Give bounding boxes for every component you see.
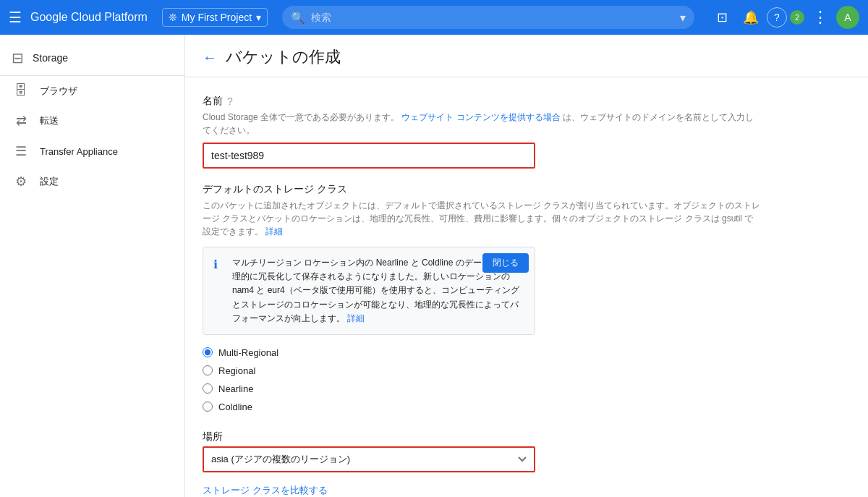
page-header: ← バケットの作成	[185, 35, 868, 77]
search-bar: 🔍 ▾	[282, 6, 694, 29]
project-icon: ❊	[169, 12, 177, 23]
sidebar-item-label-browser: ブラウザ	[40, 85, 77, 98]
sidebar-item-label-settings: 設定	[40, 175, 59, 188]
name-section: 名前 ? Cloud Storage 全体で一意である必要があります。 ウェブサ…	[203, 95, 761, 169]
name-desc-part1: Cloud Storage 全体で一意である必要があります。	[203, 112, 399, 122]
transfer-icon: ⇄	[14, 113, 28, 129]
storage-class-desc-link[interactable]: 詳細	[265, 226, 283, 237]
info-box-link[interactable]: 詳細	[347, 313, 365, 323]
radio-coldline-input[interactable]	[203, 402, 213, 412]
notification-button[interactable]: 🔔	[738, 4, 764, 30]
info-box-icon: ℹ	[213, 258, 225, 271]
sidebar-item-label-transfer: 転送	[40, 114, 59, 127]
sidebar-header: ⊟ Storage	[0, 41, 184, 76]
project-dropdown-icon: ▾	[256, 12, 261, 23]
search-dropdown-icon[interactable]: ▾	[680, 11, 686, 25]
info-box-close-button[interactable]: 閉じる	[482, 253, 529, 273]
sidebar: ⊟ Storage 🗄 ブラウザ ⇄ 転送 ☰ Transfer Applian…	[0, 35, 185, 497]
settings-icon: ⚙	[14, 174, 28, 190]
name-label: 名前	[203, 95, 223, 108]
location-select[interactable]: asia (アジアの複数のリージョン) us (米国の複数のリージョン) eu …	[203, 446, 535, 472]
menu-icon[interactable]: ☰	[9, 9, 22, 26]
sidebar-item-browser[interactable]: 🗄 ブラウザ	[0, 76, 184, 106]
radio-multi-regional-label: Multi-Regional	[218, 347, 278, 358]
project-selector[interactable]: ❊ My First Project ▾	[162, 8, 268, 27]
sidebar-item-transfer-appliance[interactable]: ☰ Transfer Appliance	[0, 136, 184, 166]
storage-header-icon: ⊟	[12, 49, 24, 67]
storage-class-radio-group: Multi-Regional Regional Nearline Coldlin…	[203, 344, 761, 416]
radio-regional-label: Regional	[218, 365, 255, 376]
top-nav: ☰ Google Cloud Platform ❊ My First Proje…	[0, 0, 868, 35]
info-box: ℹ マルチリージョン ロケーション内の Nearline と Coldline …	[203, 247, 535, 335]
appliance-icon: ☰	[14, 143, 28, 159]
nav-logo: Google Cloud Platform	[30, 11, 148, 24]
bucket-name-input[interactable]	[203, 143, 535, 169]
storage-class-desc: このバケットに追加されたオブジェクトには、デフォルトで選択されているストレージ …	[203, 199, 761, 238]
radio-multi-regional-input[interactable]	[203, 347, 213, 357]
badge[interactable]: 2	[790, 10, 804, 25]
app-body: ⊟ Storage 🗄 ブラウザ ⇄ 転送 ☰ Transfer Applian…	[0, 35, 868, 497]
radio-regional-input[interactable]	[203, 365, 213, 375]
storage-class-desc-text: このバケットに追加されたオブジェクトには、デフォルトで選択されているストレージ …	[203, 200, 760, 237]
radio-regional[interactable]: Regional	[203, 362, 761, 380]
sidebar-item-settings[interactable]: ⚙ 設定	[0, 166, 184, 197]
storage-class-title: デフォルトのストレージ クラス	[203, 183, 761, 196]
search-input[interactable]	[311, 12, 680, 23]
storage-class-section: デフォルトのストレージ クラス このバケットに追加されたオブジェクトには、デフォ…	[203, 183, 761, 416]
name-help-icon[interactable]: ?	[227, 95, 233, 107]
name-desc-link[interactable]: ウェブサイト コンテンツを提供する場合	[401, 112, 560, 122]
main-content: ← バケットの作成 名前 ? Cloud Storage 全体で一意である必要が…	[185, 35, 868, 497]
more-options-button[interactable]: ⋮	[807, 4, 833, 30]
info-box-content: マルチリージョン ロケーション内の Nearline と Coldline のデ…	[232, 258, 519, 323]
radio-coldline[interactable]: Coldline	[203, 398, 761, 416]
help-button[interactable]: ?	[767, 7, 787, 27]
sidebar-header-label: Storage	[33, 52, 68, 64]
avatar[interactable]: A	[836, 6, 859, 29]
project-name: My First Project	[182, 12, 252, 23]
terminal-button[interactable]: ⊡	[709, 4, 735, 30]
storage-class-label: デフォルトのストレージ クラス	[203, 183, 347, 196]
form-body: 名前 ? Cloud Storage 全体で一意である必要があります。 ウェブサ…	[185, 77, 778, 497]
radio-nearline-input[interactable]	[203, 383, 213, 394]
back-button[interactable]: ←	[203, 49, 217, 66]
name-section-desc: Cloud Storage 全体で一意である必要があります。 ウェブサイト コン…	[203, 111, 761, 137]
location-title: 場所	[203, 430, 761, 443]
radio-nearline[interactable]: Nearline	[203, 380, 761, 398]
sidebar-item-transfer[interactable]: ⇄ 転送	[0, 106, 184, 136]
location-label: 場所	[203, 430, 223, 443]
compare-storage-link[interactable]: ストレージ クラスを比較する	[203, 484, 328, 497]
radio-coldline-label: Coldline	[218, 402, 252, 412]
nav-icons: ⊡ 🔔 ? 2 ⋮ A	[709, 4, 859, 30]
sidebar-item-label-appliance: Transfer Appliance	[40, 146, 118, 157]
radio-multi-regional[interactable]: Multi-Regional	[203, 344, 761, 362]
name-section-title: 名前 ?	[203, 95, 761, 108]
radio-nearline-label: Nearline	[218, 383, 253, 394]
location-section: 場所 asia (アジアの複数のリージョン) us (米国の複数のリージョン) …	[203, 430, 761, 472]
page-title: バケットの作成	[226, 46, 341, 68]
search-icon: 🔍	[291, 11, 305, 25]
info-box-text: マルチリージョン ロケーション内の Nearline と Coldline のデ…	[232, 256, 524, 326]
browser-icon: 🗄	[14, 83, 28, 98]
